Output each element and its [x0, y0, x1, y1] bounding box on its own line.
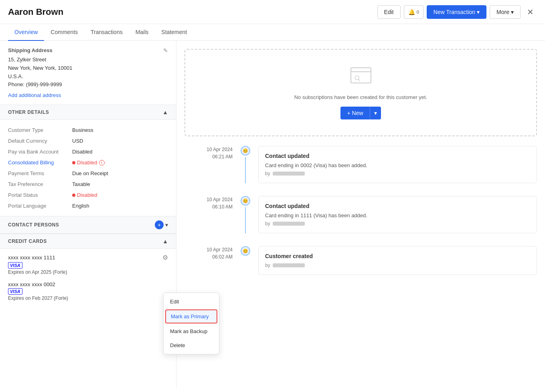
more-label: More [496, 9, 509, 15]
left-panel: Shipping Address 15, Zylker Street New Y… [0, 41, 176, 388]
new-transaction-label: New Transaction [434, 9, 475, 15]
card-number-text-0002: xxxx xxxx xxxx 0002 [8, 281, 55, 287]
timeline-hour-0: 06:21 AM [192, 153, 233, 160]
credit-cards-section: xxxx xxxx xxxx 1111 ⚙ VISA Expires on Ap… [0, 249, 176, 312]
timeline-dot-1: 😊 [241, 196, 250, 206]
other-details-table: Customer Type Business Default Currency … [0, 120, 176, 216]
notification-count: 0 [417, 10, 419, 14]
card-context-menu: Edit Mark as Primary Mark as Backup Dele… [163, 293, 219, 354]
detail-row-consolidated-billing: Consolidated Billing Disabled i [8, 157, 168, 168]
new-button-group: + New ▾ [340, 107, 381, 119]
card-expires-0002: Expires on Feb 2027 (Forte) [8, 295, 168, 301]
bank-account-value: Disabled [72, 149, 93, 155]
contact-persons-expand-button[interactable]: ▾ [165, 222, 168, 228]
timeline-by-text-0: by [265, 171, 270, 176]
menu-item-edit[interactable]: Edit [164, 295, 219, 309]
right-panel: No subscriptions have been created for t… [176, 41, 545, 388]
timeline-event-title-1: Contact updated [265, 203, 530, 209]
timeline-event-title-0: Contact updated [265, 153, 530, 159]
consolidated-billing-value: Disabled i [72, 160, 105, 166]
timeline-time-0: 10 Apr 2024 06:21 AM [192, 146, 233, 183]
new-transaction-button[interactable]: New Transaction ▾ [427, 5, 486, 19]
consolidated-billing-label[interactable]: Consolidated Billing [8, 160, 72, 166]
portal-language-value: English [72, 203, 89, 209]
menu-item-mark-primary[interactable]: Mark as Primary [165, 309, 217, 323]
header-actions: Edit 🔔 0 New Transaction ▾ More ▾ ✕ [377, 5, 537, 19]
more-button[interactable]: More ▾ [490, 5, 521, 19]
shipping-address-label: Shipping Address [8, 47, 72, 53]
contact-persons-title: CONTACT PERSONS [8, 222, 59, 228]
timeline-dot-icon-2: 😊 [243, 249, 248, 254]
detail-row-payment-terms: Payment Terms Due on Receipt [8, 168, 168, 179]
tab-transactions[interactable]: Transactions [84, 24, 129, 41]
card-number-1111: xxxx xxxx xxxx 1111 ⚙ [8, 254, 168, 261]
address-content: Shipping Address 15, Zylker Street New Y… [8, 47, 72, 89]
tab-statement[interactable]: Statement [155, 24, 193, 41]
timeline-author-blur-0 [273, 172, 305, 176]
timeline-item-1: 10 Apr 2024 06:10 AM 😊 Contact updated C… [192, 196, 537, 233]
other-details-header: OTHER DETAILS ▲ [0, 105, 176, 120]
address-section: Shipping Address 15, Zylker Street New Y… [0, 41, 176, 105]
card-item-0002: xxxx xxxx xxxx 0002 VISA Expires on Feb … [8, 281, 168, 301]
timeline-dot-icon-0: 😊 [243, 148, 248, 154]
other-details-collapse-button[interactable]: ▲ [162, 109, 168, 115]
timeline-by-0: by [265, 171, 530, 176]
credit-cards-title: CREDIT CARDS [8, 238, 47, 244]
card-number-text-1111: xxxx xxxx xxxx 1111 [8, 255, 55, 261]
tab-comments[interactable]: Comments [44, 24, 84, 41]
menu-item-delete[interactable]: Delete [164, 338, 219, 352]
timeline-author-blur-2 [273, 263, 305, 267]
credit-cards-collapse-button[interactable]: ▲ [162, 238, 168, 244]
timeline-item-0: 10 Apr 2024 06:21 AM 😊 Contact updated C… [192, 146, 537, 183]
timeline-connector-0 [245, 157, 246, 183]
add-additional-address-link[interactable]: Add additional address [8, 92, 168, 98]
card-brand-1111: VISA [8, 261, 168, 269]
svg-line-3 [358, 79, 360, 81]
bell-icon: 🔔 [408, 9, 415, 15]
subscriptions-empty-icon [349, 66, 373, 89]
timeline-content-2: Customer created by [258, 246, 537, 275]
consolidated-billing-info-icon[interactable]: i [99, 160, 105, 166]
card-number-0002: xxxx xxxx xxxx 0002 [8, 281, 168, 287]
edit-button[interactable]: Edit [377, 5, 401, 19]
subscriptions-box: No subscriptions have been created for t… [184, 49, 537, 136]
timeline-dot-0: 😊 [241, 146, 250, 156]
main-layout: Shipping Address 15, Zylker Street New Y… [0, 41, 545, 388]
tax-preference-label: Tax Preference [8, 181, 72, 187]
portal-language-label: Portal Language [8, 203, 72, 209]
timeline-author-blur-1 [273, 222, 305, 226]
add-contact-person-button[interactable]: + [155, 220, 164, 229]
new-subscription-dropdown-button[interactable]: ▾ [370, 107, 381, 119]
header: Aaron Brown Edit 🔔 0 New Transaction ▾ M… [0, 0, 545, 24]
address-edit-icon[interactable]: ✎ [163, 47, 168, 54]
notification-button[interactable]: 🔔 0 [404, 5, 423, 19]
tab-overview[interactable]: Overview [8, 24, 44, 41]
timeline-line-1: 😊 [241, 196, 250, 233]
address-line3: U.S.A. [8, 73, 72, 81]
card-item-1111: xxxx xxxx xxxx 1111 ⚙ VISA Expires on Ap… [8, 254, 168, 275]
customer-type-value: Business [72, 127, 93, 133]
other-details-title: OTHER DETAILS [8, 109, 49, 115]
new-subscription-button[interactable]: + New [340, 107, 369, 119]
timeline-content-0: Contact updated Card ending in 0002 (Vis… [258, 146, 537, 183]
timeline-time-2: 10 Apr 2024 06:02 AM [192, 246, 233, 275]
detail-row-portal-status: Portal Status Disabled [8, 190, 168, 200]
close-button[interactable]: ✕ [524, 6, 537, 18]
card-brand-0002: VISA [8, 287, 168, 295]
tab-mails[interactable]: Mails [129, 24, 155, 41]
default-currency-value: USD [72, 138, 83, 144]
detail-row-customer-type: Customer Type Business [8, 125, 168, 135]
tabs-bar: Overview Comments Transactions Mails Sta… [0, 24, 545, 41]
detail-row-currency: Default Currency USD [8, 135, 168, 146]
card-settings-icon-1111[interactable]: ⚙ [162, 254, 168, 261]
more-arrow-icon: ▾ [511, 9, 514, 15]
address-line1: 15, Zylker Street [8, 56, 72, 64]
portal-status-label: Portal Status [8, 192, 72, 198]
timeline-hour-1: 06:10 AM [192, 203, 233, 210]
menu-item-mark-backup[interactable]: Mark as Backup [164, 324, 219, 338]
consolidated-billing-dot [72, 161, 75, 164]
contact-persons-actions: + ▾ [155, 220, 168, 229]
timeline: 10 Apr 2024 06:21 AM 😊 Contact updated C… [184, 146, 537, 275]
timeline-date-1: 10 Apr 2024 [192, 196, 233, 203]
address-line2: New York, New York, 10001 [8, 64, 72, 73]
